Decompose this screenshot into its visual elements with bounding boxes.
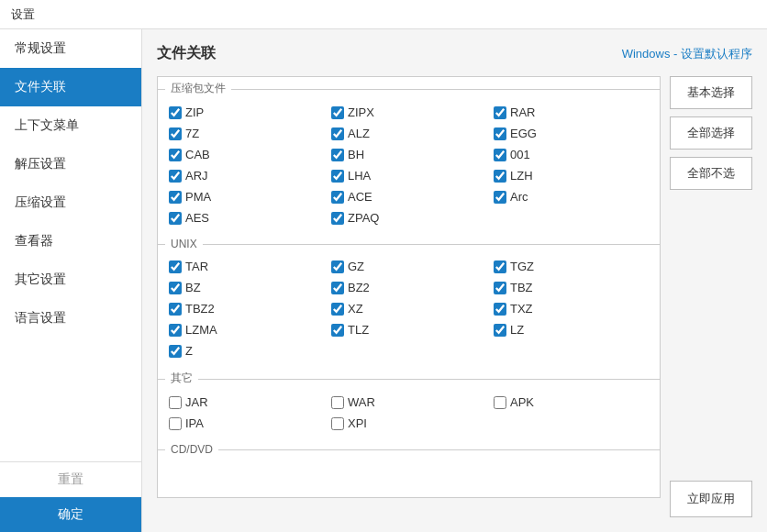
page-title: 文件关联: [157, 44, 216, 63]
checkbox-item-bz[interactable]: BZ: [165, 279, 328, 296]
checkbox-label-lha: LHA: [348, 169, 371, 183]
confirm-button[interactable]: 确定: [0, 497, 141, 532]
checkbox-label-egg: EGG: [510, 127, 537, 140]
checkbox-label-xz: XZ: [348, 302, 363, 316]
checkbox-lzh[interactable]: [494, 170, 506, 183]
reset-button[interactable]: 重置: [0, 462, 141, 497]
checkbox-item-lz[interactable]: LZ: [490, 321, 652, 338]
checkbox-item-zipx[interactable]: ZIPX: [328, 104, 490, 121]
checkbox-jar[interactable]: [169, 396, 182, 409]
checkbox-lz[interactable]: [494, 324, 506, 337]
window-title: 设置: [11, 6, 35, 23]
checkbox-item-pma[interactable]: PMA: [165, 188, 328, 205]
sidebar: 常规设置文件关联上下文菜单解压设置压缩设置查看器其它设置语言设置 重置 确定: [0, 29, 142, 532]
checkbox-tbz[interactable]: [494, 282, 506, 294]
checkbox-txz[interactable]: [494, 303, 506, 316]
checkbox-ipa[interactable]: [169, 417, 182, 430]
sidebar-item-language[interactable]: 语言设置: [0, 299, 141, 338]
checkbox-item-jar[interactable]: JAR: [165, 393, 328, 411]
checkbox-cab[interactable]: [169, 149, 182, 161]
checkbox-item-bh[interactable]: BH: [328, 146, 490, 163]
checkbox-item-bz2[interactable]: BZ2: [328, 279, 490, 296]
checkbox-item-aes[interactable]: AES: [165, 209, 328, 227]
checkbox-item-arj[interactable]: ARJ: [165, 167, 328, 184]
checkbox-label-ace: ACE: [348, 190, 372, 204]
checkbox-item-alz[interactable]: ALZ: [328, 125, 490, 142]
checkbox-item-apk[interactable]: APK: [490, 393, 652, 411]
checkbox-xz[interactable]: [331, 303, 344, 316]
checkbox-label-jar: JAR: [185, 395, 208, 409]
checkbox-item-zpaq[interactable]: ZPAQ: [328, 209, 490, 227]
checkbox-rar[interactable]: [494, 106, 506, 119]
windows-link[interactable]: Windows - 设置默认程序: [622, 46, 752, 62]
checkbox-item-lzma[interactable]: LZMA: [165, 321, 328, 338]
checkbox-item-tbz[interactable]: TBZ: [490, 279, 652, 296]
checkbox-egg[interactable]: [494, 127, 506, 140]
file-list-container[interactable]: 压缩包文件ZIPZIPXRAR7ZALZEGGCABBH001ARJLHALZH…: [157, 76, 661, 498]
checkbox-item-7z[interactable]: 7Z: [165, 125, 328, 142]
checkbox-item-arc[interactable]: Arc: [490, 188, 652, 205]
checkbox-item-xz[interactable]: XZ: [328, 300, 490, 317]
checkbox-lha[interactable]: [331, 170, 344, 183]
checkbox-label-7z: 7Z: [185, 127, 199, 140]
checkbox-item-rar[interactable]: RAR: [490, 104, 652, 121]
checkbox-bh[interactable]: [331, 149, 344, 161]
apply-now-button[interactable]: 立即应用: [670, 481, 752, 517]
checkbox-pma[interactable]: [169, 191, 182, 204]
checkbox-arc[interactable]: [494, 191, 506, 204]
checkbox-001[interactable]: [494, 149, 506, 161]
checkbox-item-lha[interactable]: LHA: [328, 167, 490, 184]
checkbox-zip[interactable]: [169, 106, 182, 119]
checkbox-z[interactable]: [169, 345, 182, 358]
content-header: 文件关联 Windows - 设置默认程序: [157, 44, 752, 63]
checkbox-item-gz[interactable]: GZ: [328, 258, 490, 275]
checkbox-zipx[interactable]: [331, 106, 344, 119]
checkbox-label-zip: ZIP: [185, 105, 204, 119]
checkbox-item-ace[interactable]: ACE: [328, 188, 490, 205]
checkbox-tlz[interactable]: [331, 324, 344, 337]
sidebar-item-extract[interactable]: 解压设置: [0, 145, 141, 183]
checkbox-tar[interactable]: [169, 260, 182, 273]
sidebar-item-other[interactable]: 其它设置: [0, 260, 141, 299]
checkbox-7z[interactable]: [169, 127, 182, 140]
sidebar-item-viewer[interactable]: 查看器: [0, 222, 141, 260]
sidebar-item-general[interactable]: 常规设置: [0, 29, 141, 68]
checkbox-item-tar[interactable]: TAR: [165, 258, 328, 275]
checkbox-gz[interactable]: [331, 260, 344, 273]
checkbox-label-tgz: TGZ: [510, 260, 534, 273]
checkbox-item-tlz[interactable]: TLZ: [328, 321, 490, 338]
checkbox-bz2[interactable]: [331, 282, 344, 294]
deselect-all-button[interactable]: 全部不选: [670, 157, 752, 190]
sidebar-item-context-menu[interactable]: 上下文菜单: [0, 106, 141, 145]
checkbox-xpi[interactable]: [331, 417, 344, 430]
checkbox-alz[interactable]: [331, 127, 344, 140]
basic-select-button[interactable]: 基本选择: [670, 76, 752, 109]
checkbox-item-zip[interactable]: ZIP: [165, 104, 328, 121]
checkbox-item-tgz[interactable]: TGZ: [490, 258, 652, 275]
checkbox-item-cab[interactable]: CAB: [165, 146, 328, 163]
checkbox-item-txz[interactable]: TXZ: [490, 300, 652, 317]
checkbox-ace[interactable]: [331, 191, 344, 204]
section-cddvd: CD/DVD: [158, 439, 660, 460]
checkbox-item-xpi[interactable]: XPI: [328, 415, 490, 432]
checkbox-item-war[interactable]: WAR: [328, 393, 490, 411]
select-all-button[interactable]: 全部选择: [670, 116, 752, 150]
sidebar-item-file-assoc[interactable]: 文件关联: [0, 68, 141, 106]
checkbox-war[interactable]: [331, 396, 344, 409]
checkbox-lzma[interactable]: [169, 324, 182, 337]
checkbox-arj[interactable]: [169, 170, 182, 183]
checkbox-aes[interactable]: [169, 212, 182, 225]
checkbox-item-001[interactable]: 001: [490, 146, 652, 163]
checkbox-item-tbz2[interactable]: TBZ2: [165, 300, 328, 317]
checkbox-apk[interactable]: [494, 396, 506, 409]
checkbox-tbz2[interactable]: [169, 303, 182, 316]
checkbox-zpaq[interactable]: [331, 212, 344, 225]
checkbox-item-egg[interactable]: EGG: [490, 125, 652, 142]
checkbox-item-ipa[interactable]: IPA: [165, 415, 328, 432]
checkbox-bz[interactable]: [169, 282, 182, 294]
checkbox-item-lzh[interactable]: LZH: [490, 167, 652, 184]
checkbox-item-z[interactable]: Z: [165, 342, 328, 360]
sidebar-item-compress[interactable]: 压缩设置: [0, 183, 141, 222]
checkbox-label-xpi: XPI: [348, 416, 367, 430]
checkbox-tgz[interactable]: [494, 260, 506, 273]
